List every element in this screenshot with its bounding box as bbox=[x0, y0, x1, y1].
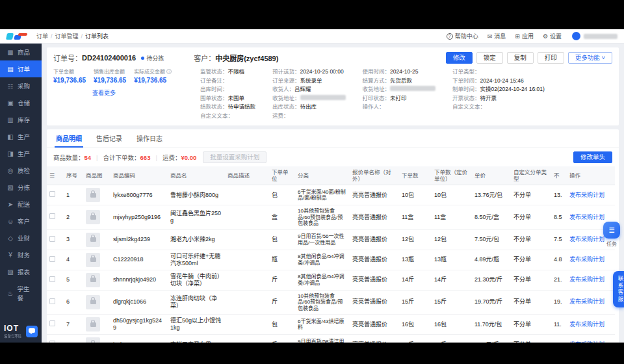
product-name: 雪花牛腩（牛肉前）切块（净菜） bbox=[168, 270, 225, 290]
sidebar-item-student-meals[interactable]: ♨学生餐 bbox=[0, 280, 42, 306]
publish-purchase-plan-link[interactable]: 发布采购计划 bbox=[569, 256, 604, 263]
sidebar-item-goods[interactable]: ▦商品 bbox=[0, 44, 42, 60]
sidebar-item-business-finance[interactable]: ◇业财 bbox=[0, 229, 42, 246]
row-checkbox[interactable] bbox=[49, 276, 55, 282]
more-functions-button[interactable]: 更多功能 ˅ bbox=[568, 52, 612, 64]
col-header-9: 下单数（定价单位） bbox=[432, 166, 472, 185]
select-all-header[interactable]: ☰ bbox=[47, 166, 64, 185]
stat-item: 商品数量：54 bbox=[53, 153, 91, 162]
order-qty: 17斤 bbox=[399, 335, 432, 343]
product-name: 德汇50g以上小馄饨1kg bbox=[168, 315, 225, 335]
blurred-value bbox=[390, 86, 436, 91]
product-desc bbox=[225, 270, 269, 290]
order-qty: 11盒 bbox=[399, 205, 432, 230]
user-name-blurred bbox=[584, 34, 618, 39]
product-name: 冻连肝肉切块（净菜） bbox=[168, 290, 225, 315]
order-unit: 包 bbox=[269, 315, 295, 335]
row-index: 4 bbox=[64, 250, 83, 270]
sidebar-item-delivery[interactable]: ➤配送 bbox=[0, 196, 42, 213]
detail-value: 不限档 bbox=[228, 68, 245, 75]
tab-2[interactable]: 操作日志 bbox=[135, 129, 164, 148]
lock-icon bbox=[90, 322, 96, 327]
row-checkbox[interactable] bbox=[49, 298, 55, 304]
publish-purchase-plan-link[interactable]: 发布采购计划 bbox=[569, 236, 604, 242]
publish-purchase-plan-link[interactable]: 发布采购计划 bbox=[569, 214, 604, 220]
order-qty: 15斤 bbox=[399, 290, 432, 315]
product-table-wrap: ☰序号商品图商品编码商品名商品描述下单单位分类报价单名称（对外）下单数下单数（定… bbox=[47, 166, 619, 343]
row-checkbox[interactable] bbox=[49, 213, 55, 219]
col-header-11: 自定义分单类型 bbox=[511, 166, 551, 185]
col-header-8: 下单数 bbox=[399, 166, 432, 185]
warehouse-icon: ▣ bbox=[6, 99, 14, 107]
message-action[interactable]: ✉消息 bbox=[488, 32, 506, 40]
lock-button[interactable]: 锁定 bbox=[476, 52, 503, 64]
copy-button[interactable]: 复制 bbox=[507, 52, 534, 64]
product-code: sljsml2kg4239 bbox=[110, 229, 168, 250]
user-avatar[interactable] bbox=[572, 32, 580, 40]
help-action[interactable]: ?帮助中心 bbox=[447, 32, 478, 40]
apps-action[interactable]: ⊞应用 bbox=[515, 32, 534, 40]
sidebar: ▦商品▤订单☷采购▣仓储▥库存◧生产◨生产◎质检▧分拣➤配送☺客户◇业财¥财务▨… bbox=[0, 44, 42, 343]
settings-action[interactable]: ⚙设置 bbox=[543, 32, 562, 40]
app-logo bbox=[6, 33, 27, 40]
publish-purchase-plan-link[interactable]: 发布采购计划 bbox=[569, 192, 604, 198]
product-image-placeholder bbox=[86, 188, 100, 202]
row-checkbox[interactable] bbox=[49, 191, 55, 197]
breadcrumb-item[interactable]: 订单管理 bbox=[55, 32, 79, 40]
sidebar-item-customers[interactable]: ☺客户 bbox=[0, 213, 42, 229]
order-unit: 斤 bbox=[269, 290, 295, 315]
order-unit: 包 bbox=[269, 185, 295, 205]
product-image-placeholder bbox=[86, 337, 100, 343]
truncated-column: 7.5 bbox=[551, 229, 567, 250]
order-status-badge: 待分拣 bbox=[141, 54, 164, 62]
row-index: 7 bbox=[64, 315, 83, 335]
tab-1[interactable]: 售后记录 bbox=[95, 129, 124, 148]
row-checkbox[interactable] bbox=[49, 341, 55, 343]
order-amounts: 下单金额¥19,736.65销售出库金额¥19,736.65实际成交金额i¥19… bbox=[53, 68, 187, 84]
tabs: 商品明细售后记录操作日志 bbox=[47, 129, 619, 148]
table-row: 1lykxe800g7776鲁裕藤小酥肉800g包6干货米面/40面/粉制品/面… bbox=[47, 185, 615, 205]
sidebar-item-finance[interactable]: ¥财务 bbox=[0, 246, 42, 263]
modify-button[interactable]: 修改 bbox=[446, 52, 473, 64]
breadcrumb-item[interactable]: 订单 bbox=[36, 32, 48, 40]
row-checkbox[interactable] bbox=[49, 256, 55, 262]
product-code: mjsyhyp250g9196 bbox=[110, 205, 168, 230]
sidebar-item-orders[interactable]: ▤订单 bbox=[0, 60, 42, 77]
order-number-label: 订单号： bbox=[53, 53, 82, 63]
modify-order-header-button[interactable]: 修改单头 bbox=[573, 151, 612, 163]
order-detail-columns: 监管状态：不限档订单备注：出库时间：围单状态：未围单结款状态：待申请结款自定义文… bbox=[200, 68, 612, 120]
lock-icon bbox=[90, 278, 96, 282]
product-desc bbox=[225, 335, 269, 343]
sidebar-item-sorting[interactable]: ▧分拣 bbox=[0, 179, 42, 196]
task-floating-widget[interactable]: ≣ 任务 bbox=[602, 222, 621, 247]
product-code: dlgrqkjc1066 bbox=[110, 290, 168, 315]
col-header-12: 不 bbox=[551, 166, 567, 185]
unit-price: 4.89元/瓶 bbox=[472, 250, 511, 270]
user-menu[interactable] bbox=[572, 32, 618, 40]
sidebar-item-reports[interactable]: ▨报表 bbox=[0, 263, 42, 280]
table-row: 7dh50gysjcg1kg5249德汇50g以上小馄饨1kg包6干货米面/43… bbox=[47, 315, 615, 335]
sidebar-item-production[interactable]: ◧生产 bbox=[0, 128, 42, 145]
publish-purchase-plan-link[interactable]: 发布采购计划 bbox=[569, 341, 604, 343]
tab-0[interactable]: 商品明细 bbox=[55, 129, 83, 148]
row-checkbox[interactable] bbox=[49, 320, 55, 326]
production-icon: ◧ bbox=[6, 133, 14, 140]
sidebar-item-purchase[interactable]: ☷采购 bbox=[0, 77, 42, 94]
sidebar-item-warehouse[interactable]: ▣仓储 bbox=[0, 94, 42, 111]
row-checkbox[interactable] bbox=[49, 236, 55, 242]
view-more-link[interactable]: 查看更多 bbox=[92, 88, 116, 97]
sidebar-item-qa[interactable]: ◎质检 bbox=[0, 162, 42, 179]
contact-support-tab[interactable]: 联系客服 bbox=[613, 271, 624, 307]
row-index: 3 bbox=[64, 229, 83, 250]
print-button[interactable]: 打印 bbox=[538, 52, 564, 64]
chat-bubble-icon[interactable] bbox=[26, 326, 38, 337]
publish-purchase-plan-link[interactable]: 发布采购计划 bbox=[569, 321, 604, 328]
publish-purchase-plan-link[interactable]: 发布采购计划 bbox=[569, 298, 604, 305]
menu-icon[interactable]: ☰ bbox=[49, 172, 55, 179]
task-icon[interactable]: ≣ bbox=[603, 222, 620, 239]
detail-value: 待申请结款 bbox=[228, 103, 256, 110]
batch-purchase-plan-button[interactable]: 批量设置采购计划 bbox=[203, 151, 266, 163]
publish-purchase-plan-link[interactable]: 发布采购计划 bbox=[569, 276, 604, 283]
sidebar-item-inventory[interactable]: ▥库存 bbox=[0, 111, 42, 128]
sidebar-item-production2[interactable]: ◨生产 bbox=[0, 145, 42, 162]
